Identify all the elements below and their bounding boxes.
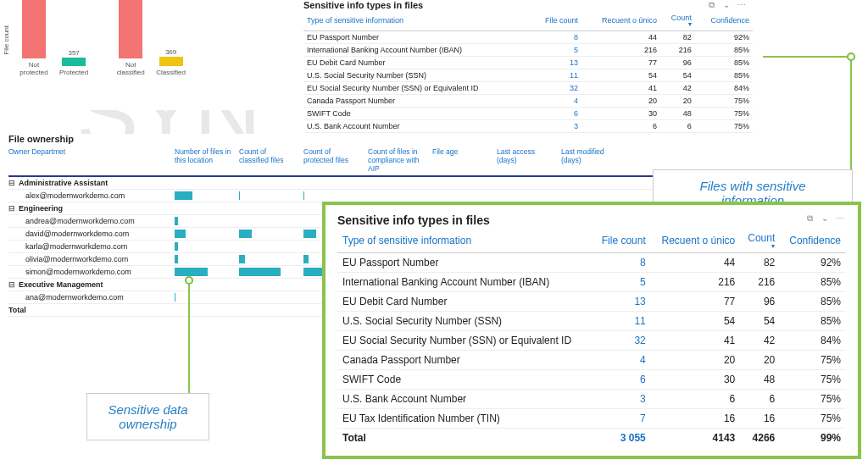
column-header[interactable]: Confidence xyxy=(695,12,753,31)
usage-bar xyxy=(239,230,252,238)
focus-icon[interactable]: ⧉ xyxy=(807,213,817,224)
protected-chart: 2 698Not protected357Protected xyxy=(17,3,88,110)
ownership-group-row[interactable]: ⊟Administrative Assistant xyxy=(8,177,754,190)
column-header[interactable]: Number of files in this location xyxy=(175,147,239,173)
usage-bar xyxy=(175,293,175,302)
chart-bar[interactable]: 369Classified xyxy=(156,48,186,76)
column-header[interactable]: Type of sensitive information xyxy=(303,12,531,31)
column-header[interactable]: Type of sensitive information xyxy=(337,229,593,253)
table-row[interactable]: SWIFT Code6304875% xyxy=(337,370,846,390)
file-count-charts: File count 2 698Not protected357Protecte… xyxy=(0,0,297,110)
sensitive-types-zoom: Sensitive info types in files ⧉ ⌄ ⋯ Type… xyxy=(322,202,861,459)
chart-ylabel: File count xyxy=(3,25,10,55)
table-row[interactable]: SWIFT Code6304875% xyxy=(303,108,753,120)
column-header[interactable]: Count of files in compliance with AIP xyxy=(368,147,432,173)
usage-bar xyxy=(175,255,178,263)
usage-bar xyxy=(303,230,316,238)
filter-icon[interactable]: ⌄ xyxy=(723,0,733,10)
column-header[interactable]: Count▾ xyxy=(740,229,780,253)
usage-bar xyxy=(175,242,178,251)
table-row[interactable]: International Banking Account Number (IB… xyxy=(303,44,753,57)
usage-bar xyxy=(175,191,192,200)
table-row[interactable]: International Banking Account Number (IB… xyxy=(337,273,846,292)
ownership-user-row[interactable]: alex@modernworkdemo.com xyxy=(8,190,754,202)
table-total-row: Total3 0554143426699% xyxy=(337,429,846,448)
classified-chart: 2 686Not classified369Classified xyxy=(114,3,186,110)
more-icon[interactable]: ⋯ xyxy=(737,0,748,10)
column-header[interactable]: Recuent o único xyxy=(651,229,740,253)
chart-bar[interactable]: 2 686Not classified xyxy=(114,0,147,76)
collapse-icon[interactable]: ⊟ xyxy=(8,280,19,289)
column-header[interactable]: Owner Departmet xyxy=(8,147,175,173)
filter-icon[interactable]: ⌄ xyxy=(821,213,832,224)
table-row[interactable]: U.S. Social Security Number (SSN)1154548… xyxy=(337,312,846,331)
column-header[interactable]: File age xyxy=(432,147,497,173)
ownership-callout: Sensitive data ownership xyxy=(86,393,209,440)
collapse-icon[interactable]: ⊟ xyxy=(8,179,19,187)
table-title: Sensitive info types in files xyxy=(337,213,846,227)
table-row[interactable]: EU Passport Number8448292% xyxy=(337,253,846,273)
connector-line xyxy=(763,56,848,58)
table-row[interactable]: U.S. Social Security Number (SSN)1154548… xyxy=(303,69,753,82)
connector-line xyxy=(188,285,190,393)
table-row[interactable]: U.S. Bank Account Number36675% xyxy=(303,120,753,133)
table-row[interactable]: Canada Passport Number4202075% xyxy=(303,95,753,108)
usage-bar xyxy=(303,255,309,263)
table-row[interactable]: EU Debit Card Number13779685% xyxy=(337,292,846,312)
column-header[interactable]: Count of classified files xyxy=(239,147,303,173)
chart-bar[interactable]: 357Protected xyxy=(59,49,88,76)
chart-bar[interactable]: 2 698Not protected xyxy=(17,0,51,76)
usage-bar xyxy=(175,217,178,225)
more-icon[interactable]: ⋯ xyxy=(836,213,846,224)
table-title: Sensitive info types in files xyxy=(303,0,753,10)
column-header[interactable]: Count of protected files xyxy=(303,147,368,173)
usage-bar xyxy=(175,230,186,238)
table-row[interactable]: Canada Passport Number4202075% xyxy=(337,351,846,370)
column-header[interactable]: Last modified (days) xyxy=(561,147,626,173)
table-row[interactable]: EU Social Security Number (SSN) or Equiv… xyxy=(337,331,846,351)
connector-dot-icon xyxy=(185,276,193,285)
usage-bar xyxy=(175,268,208,276)
collapse-icon[interactable]: ⊟ xyxy=(8,204,19,213)
ownership-title: File ownership xyxy=(8,134,754,144)
connector-line xyxy=(850,56,852,174)
column-header[interactable]: File count xyxy=(593,229,650,253)
column-header[interactable]: Recuent o único xyxy=(581,12,660,31)
table-row[interactable]: EU Passport Number8448292% xyxy=(303,31,753,44)
focus-icon[interactable]: ⧉ xyxy=(709,0,719,10)
connector-dot-icon xyxy=(847,53,855,61)
usage-bar xyxy=(303,191,304,200)
column-header[interactable]: File count xyxy=(531,12,581,31)
table-row[interactable]: U.S. Bank Account Number36675% xyxy=(337,390,846,409)
table-row[interactable]: EU Debit Card Number13779685% xyxy=(303,57,753,69)
usage-bar xyxy=(239,268,281,276)
table-row[interactable]: EU Social Security Number (SSN) or Equiv… xyxy=(303,82,753,95)
usage-bar xyxy=(239,191,240,200)
column-header[interactable]: Last access (days) xyxy=(497,147,561,173)
column-header[interactable]: Confidence xyxy=(780,229,846,253)
table-row[interactable]: EU Tax Identification Number (TIN)716167… xyxy=(337,409,846,429)
column-header[interactable]: Count▾ xyxy=(660,12,695,31)
usage-bar xyxy=(239,255,245,263)
